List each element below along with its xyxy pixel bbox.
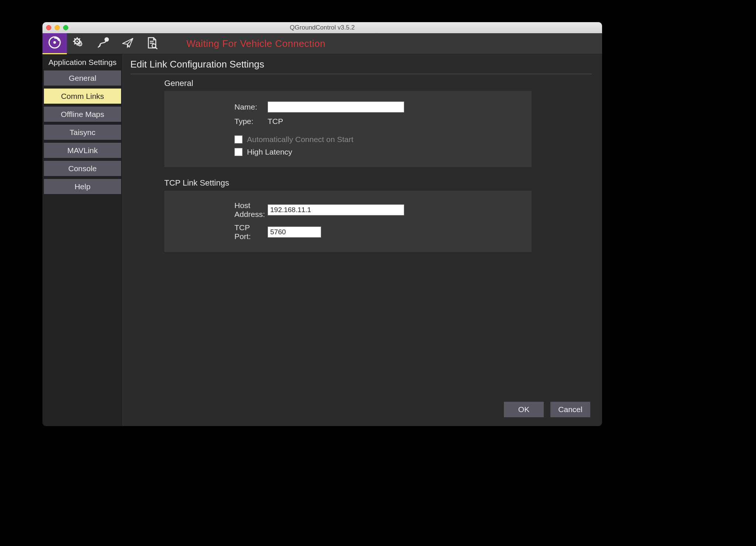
port-row: TCP Port: <box>172 221 524 243</box>
high-latency-row: High Latency <box>172 146 524 158</box>
sidebar-item-label: Offline Maps <box>61 110 104 119</box>
window-title: QGroundControl v3.5.2 <box>42 24 602 31</box>
type-row: Type: TCP <box>172 115 524 128</box>
tcp-section: TCP Link Settings Host Address: TCP Port… <box>164 178 592 252</box>
host-label: Host Address: <box>172 201 268 219</box>
sidebar-item-label: MAVLink <box>67 146 97 155</box>
sidebar-item-offline-maps[interactable]: Offline Maps <box>44 107 121 122</box>
sidebar-item-help[interactable]: Help <box>44 179 121 194</box>
sidebar-item-general[interactable]: General <box>44 70 121 86</box>
close-window-button[interactable] <box>46 25 51 30</box>
general-heading: General <box>164 79 592 88</box>
svg-line-11 <box>155 47 157 49</box>
svg-point-3 <box>76 41 78 42</box>
type-value: TCP <box>268 117 283 126</box>
main-panel: Edit Link Configuration Settings General… <box>123 54 602 426</box>
high-latency-label: High Latency <box>247 148 292 156</box>
name-row: Name: <box>172 99 524 115</box>
fly-toolbar-button[interactable] <box>116 33 140 54</box>
document-search-icon <box>145 36 159 51</box>
sidebar-item-label: Comm Links <box>61 92 104 101</box>
host-address-input[interactable] <box>268 204 404 215</box>
paper-plane-icon <box>121 36 134 51</box>
sidebar-item-label: Help <box>75 182 90 191</box>
sidebar-item-console[interactable]: Console <box>44 161 121 176</box>
svg-point-1 <box>54 41 56 44</box>
svg-point-10 <box>152 44 156 48</box>
window-controls <box>46 25 68 30</box>
name-input[interactable] <box>268 101 404 113</box>
port-label: TCP Port: <box>172 223 268 241</box>
content-area: Application Settings General Comm Links … <box>42 54 602 426</box>
connection-status: Waiting For Vehicle Connection <box>186 38 326 49</box>
sidebar-item-label: Console <box>68 164 97 173</box>
divider <box>130 74 592 74</box>
gears-icon <box>72 36 86 51</box>
svg-text:B: B <box>106 38 108 42</box>
plan-toolbar-button[interactable]: B <box>91 33 116 54</box>
titlebar: QGroundControl v3.5.2 <box>42 22 602 33</box>
svg-point-5 <box>79 44 80 45</box>
waypoint-icon: B <box>97 36 110 51</box>
sidebar-item-mavlink[interactable]: MAVLink <box>44 143 121 158</box>
name-label: Name: <box>172 103 268 111</box>
host-row: Host Address: <box>172 199 524 221</box>
type-label: Type: <box>172 117 268 126</box>
tcp-port-input[interactable] <box>268 227 321 238</box>
sidebar: Application Settings General Comm Links … <box>42 54 123 426</box>
main-toolbar: B Waiting For Vehicle Connection <box>42 33 602 54</box>
tcp-heading: TCP Link Settings <box>164 178 592 188</box>
cancel-button-label: Cancel <box>558 405 582 414</box>
high-latency-checkbox[interactable] <box>234 148 243 156</box>
sidebar-item-label: Taisync <box>69 128 95 137</box>
general-section: General Name: Type: TCP Automatically Co… <box>164 79 592 167</box>
general-panel: Name: Type: TCP Automatically Connect on… <box>164 91 532 167</box>
maximize-window-button[interactable] <box>63 25 68 30</box>
auto-connect-row: Automatically Connect on Start <box>172 133 524 146</box>
auto-connect-checkbox[interactable] <box>234 135 243 144</box>
sidebar-item-label: General <box>69 74 96 83</box>
sidebar-title: Application Settings <box>44 57 121 69</box>
cancel-button[interactable]: Cancel <box>550 402 590 417</box>
ok-button-label: OK <box>518 405 529 414</box>
ok-button[interactable]: OK <box>504 402 544 417</box>
qgc-logo-icon <box>48 36 61 51</box>
minimize-window-button[interactable] <box>55 25 60 30</box>
setup-toolbar-button[interactable] <box>67 33 91 54</box>
dialog-buttons: OK Cancel <box>130 394 592 419</box>
auto-connect-label: Automatically Connect on Start <box>247 135 353 144</box>
sidebar-item-comm-links[interactable]: Comm Links <box>44 89 121 104</box>
sidebar-item-taisync[interactable]: Taisync <box>44 125 121 140</box>
settings-toolbar-button[interactable] <box>42 33 67 54</box>
analyze-toolbar-button[interactable] <box>140 33 164 54</box>
app-window: QGroundControl v3.5.2 B <box>42 22 602 426</box>
page-title: Edit Link Configuration Settings <box>130 59 592 74</box>
tcp-panel: Host Address: TCP Port: <box>164 191 532 252</box>
